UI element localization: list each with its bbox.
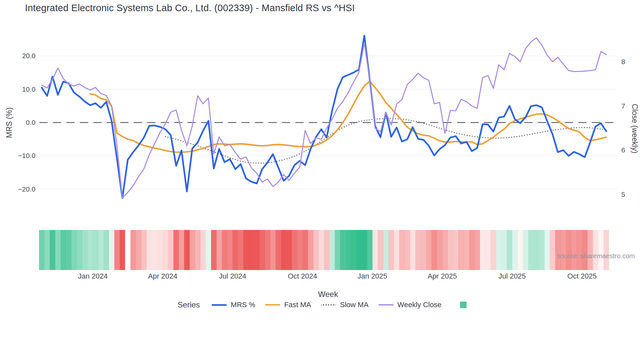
heatmap-cell[interactable]: [491, 230, 496, 270]
heatmap-cell[interactable]: [523, 230, 529, 270]
heatmap-cell[interactable]: [190, 230, 195, 270]
heatmap-cell[interactable]: [120, 230, 125, 270]
heatmap-cell[interactable]: [104, 230, 109, 270]
heatmap-cell[interactable]: [528, 230, 534, 270]
heatmap-cell[interactable]: [582, 230, 588, 270]
heatmap-cell[interactable]: [442, 230, 448, 270]
heatmap-cell[interactable]: [303, 230, 308, 270]
heatmap-cell[interactable]: [324, 230, 330, 270]
heatmap-cell[interactable]: [415, 230, 421, 270]
legend-item-weekly-close[interactable]: Weekly Close: [379, 301, 442, 309]
heatmap-cell[interactable]: [308, 230, 313, 270]
heatmap-cell[interactable]: [265, 230, 270, 270]
heatmap-cell[interactable]: [464, 230, 470, 270]
heatmap-cell[interactable]: [147, 230, 152, 270]
heatmap-cell[interactable]: [319, 230, 324, 270]
heatmap-cell[interactable]: [313, 230, 319, 270]
heatmap-cell[interactable]: [480, 230, 486, 270]
heatmap-cell[interactable]: [362, 230, 367, 270]
heatmap-cell[interactable]: [346, 230, 351, 270]
heatmap-cell[interactable]: [598, 230, 604, 270]
heatmap-cell[interactable]: [372, 230, 378, 270]
heatmap-cell[interactable]: [200, 230, 206, 270]
heatmap-cell[interactable]: [501, 230, 507, 270]
heatmap-cell[interactable]: [518, 230, 523, 270]
heatmap-cell[interactable]: [550, 230, 555, 270]
heatmap-cell[interactable]: [496, 230, 502, 270]
heatmap-cell[interactable]: [469, 230, 475, 270]
heatmap-cell[interactable]: [152, 230, 157, 270]
heatmap-cell[interactable]: [211, 230, 217, 270]
heatmap-cell[interactable]: [249, 230, 254, 270]
heatmap-cell[interactable]: [544, 230, 550, 270]
heatmap-cell[interactable]: [329, 230, 335, 270]
legend-item-slow-ma[interactable]: Slow MA: [321, 301, 369, 309]
heatmap-cell[interactable]: [195, 230, 200, 270]
heatmap-cell[interactable]: [287, 230, 292, 270]
heatmap-cell[interactable]: [340, 230, 346, 270]
heatmap-cell[interactable]: [383, 230, 389, 270]
heatmap-cell[interactable]: [292, 230, 297, 270]
heatmap-cell[interactable]: [577, 230, 582, 270]
heatmap-cell[interactable]: [157, 230, 163, 270]
heatmap-cell[interactable]: [426, 230, 432, 270]
heatmap-cell[interactable]: [453, 230, 459, 270]
heatmap-cell[interactable]: [356, 230, 362, 270]
heatmap-cell[interactable]: [437, 230, 443, 270]
heatmap-cell[interactable]: [55, 230, 61, 270]
heatmap-cell[interactable]: [206, 230, 211, 270]
heatmap-cell[interactable]: [593, 230, 598, 270]
heatmap-cell[interactable]: [335, 230, 340, 270]
heatmap-cell[interactable]: [173, 230, 179, 270]
heatmap-cell[interactable]: [539, 230, 545, 270]
heatmap-cell[interactable]: [297, 230, 303, 270]
heatmap-cell[interactable]: [281, 230, 287, 270]
heatmap-cell[interactable]: [66, 230, 72, 270]
heatmap-cell[interactable]: [388, 230, 394, 270]
heatmap-cell[interactable]: [448, 230, 453, 270]
heatmap-cell[interactable]: [44, 230, 50, 270]
heatmap-cell[interactable]: [604, 230, 609, 270]
heatmap-cell[interactable]: [130, 230, 136, 270]
heatmap-cell[interactable]: [367, 230, 373, 270]
heatmap-cell[interactable]: [351, 230, 356, 270]
heatmap-cell[interactable]: [270, 230, 276, 270]
heatmap-cell[interactable]: [125, 230, 131, 270]
heatmap-cell[interactable]: [571, 230, 577, 270]
heatmap-cell[interactable]: [587, 230, 593, 270]
heatmap-cell[interactable]: [534, 230, 539, 270]
heatmap-cell[interactable]: [512, 230, 518, 270]
heatmap-cell[interactable]: [50, 230, 56, 270]
heatmap-cell[interactable]: [260, 230, 265, 270]
heatmap-cell[interactable]: [421, 230, 426, 270]
heatmap-cell[interactable]: [114, 230, 120, 270]
heatmap-cell[interactable]: [474, 230, 480, 270]
heatmap-cell[interactable]: [222, 230, 227, 270]
heatmap-cell[interactable]: [458, 230, 464, 270]
heatmap-cell[interactable]: [507, 230, 512, 270]
heatmap-cell[interactable]: [109, 230, 115, 270]
heatmap-cell[interactable]: [39, 230, 45, 270]
heatmap-cell[interactable]: [87, 230, 93, 270]
heatmap-cell[interactable]: [93, 230, 98, 270]
heatmap-cell[interactable]: [566, 230, 571, 270]
heatmap-cell[interactable]: [243, 230, 249, 270]
heatmap-cell[interactable]: [431, 230, 437, 270]
heatmap-cell[interactable]: [217, 230, 222, 270]
heatmap-cell[interactable]: [378, 230, 383, 270]
heatmap-cell[interactable]: [184, 230, 190, 270]
heatmap-cell[interactable]: [141, 230, 147, 270]
heatmap-cell[interactable]: [254, 230, 260, 270]
heatmap-cell[interactable]: [136, 230, 141, 270]
heatmap-cell[interactable]: [227, 230, 233, 270]
heatmap-cell[interactable]: [555, 230, 561, 270]
heatmap-cell[interactable]: [238, 230, 243, 270]
heatmap-cell[interactable]: [561, 230, 566, 270]
heatmap-cell[interactable]: [98, 230, 104, 270]
heatmap-cell[interactable]: [410, 230, 416, 270]
heatmap-cell[interactable]: [405, 230, 410, 270]
heatmap-cell[interactable]: [60, 230, 66, 270]
heatmap-cell[interactable]: [399, 230, 405, 270]
heatmap-cell[interactable]: [485, 230, 491, 270]
heatmap-cell[interactable]: [168, 230, 174, 270]
